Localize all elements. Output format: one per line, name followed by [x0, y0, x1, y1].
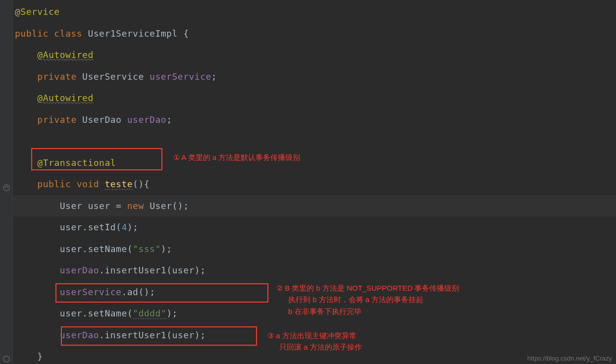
code-line: private UserService userService; — [13, 66, 616, 88]
code-line: @Transactional — [13, 152, 616, 174]
code-line: private UserDao userDao; — [13, 109, 616, 131]
method-override-icon[interactable] — [3, 184, 10, 191]
code-line: @Service — [13, 1, 616, 23]
code-line-blank — [13, 130, 616, 152]
editor-gutter — [0, 0, 13, 364]
annotation-note-2: ② B 类里的 b 方法是 NOT_SUPPORTED 事务传播级别 执行到 b… — [276, 282, 459, 317]
code-line: public void teste(){ — [13, 173, 616, 195]
service-annotation: @Service — [15, 6, 60, 17]
annotation-note-1: ① A 类里的 a 方法是默认事务传播级别 — [173, 152, 300, 163]
code-line-current: User user = new User(); — [13, 195, 616, 217]
svg-point-0 — [3, 185, 9, 191]
autowired-annotation: @Autowired — [37, 50, 93, 60]
code-line: user.setId(4); — [13, 216, 616, 238]
svg-point-1 — [3, 356, 9, 362]
code-line: @Autowired — [13, 87, 616, 109]
method-end-icon[interactable] — [3, 356, 10, 363]
code-line: @Autowired — [13, 44, 616, 66]
code-line: user.setName("sss"); — [13, 238, 616, 260]
watermark-text: https://blog.csdn.net/y_fCrazy — [527, 355, 612, 362]
annotation-note-3: ③ a 方法出现主键冲突异常 只回滚 a 方法的原子操作 — [267, 330, 362, 353]
code-line: public class User1ServiceImpl { — [13, 23, 616, 45]
transactional-annotation: @Transactional — [37, 157, 116, 168]
code-line: userDao.insertUser1(user); — [13, 260, 616, 281]
autowired-annotation: @Autowired — [37, 93, 93, 103]
